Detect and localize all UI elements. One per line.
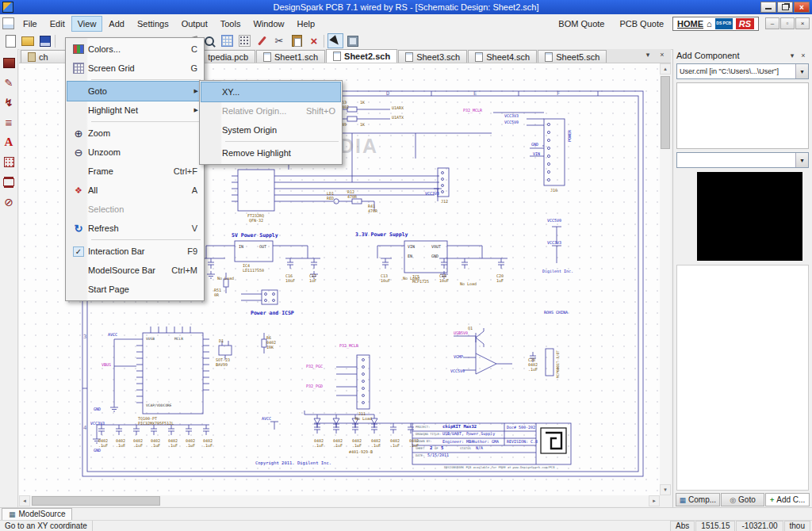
schematic-label: SHEET <box>416 447 424 450</box>
toolbar-separator[interactable] <box>55 35 57 48</box>
scrollbar-thumb[interactable] <box>32 496 160 506</box>
add-connector-tool-icon[interactable] <box>2 174 17 189</box>
menu-goto-xy[interactable]: XY... <box>201 82 340 101</box>
component-browser-icon[interactable] <box>345 33 361 48</box>
panel-menu-button[interactable]: ▾ <box>787 52 798 59</box>
horizontal-scrollbar[interactable]: ◂ ▸ <box>19 495 660 506</box>
tab-list-button[interactable]: ▾ <box>642 48 654 61</box>
menu-view-zoom[interactable]: Zoom <box>67 124 202 143</box>
scrollbar-thumb[interactable] <box>661 76 670 149</box>
panel-tab-goto[interactable]: Goto <box>721 493 765 506</box>
menu-view-highlight-net[interactable]: Highlight Net <box>67 101 202 120</box>
status-cell: thou <box>784 521 810 531</box>
menu-bom-quote[interactable]: BOM Quote <box>552 16 611 32</box>
schematic-label: 1uF <box>496 279 504 283</box>
menu-view-frame[interactable]: Frame Ctrl+F <box>67 162 202 181</box>
title-bar[interactable]: DesignSpark PCB 7.1 wired by RS - [Schem… <box>0 0 812 14</box>
delete-icon[interactable] <box>306 33 322 48</box>
menu-add[interactable]: Add <box>102 16 131 32</box>
menu-view-modelsource-bar[interactable]: ModelSource Bar Ctrl+M <box>67 261 202 280</box>
status-cells: Abs1515.15-10321.00thou <box>670 521 812 531</box>
add-text-tool-icon[interactable] <box>2 135 17 150</box>
component-list[interactable] <box>676 82 809 149</box>
schematic-label: VCC5V0 <box>450 369 465 373</box>
schematic-label: No Load <box>460 282 477 286</box>
menu-view-interaction-bar[interactable]: Interaction Bar F9 <box>67 242 202 261</box>
menu-output[interactable]: Output <box>175 16 214 32</box>
dropdown-arrow-icon[interactable]: ▾ <box>795 153 808 167</box>
panel-tab-add-component[interactable]: Add C... <box>765 493 810 506</box>
add-wire-icon[interactable] <box>254 33 270 48</box>
scroll-down-button[interactable]: ▾ <box>660 484 671 495</box>
menu-view-start-page[interactable]: Start Page <box>67 280 202 299</box>
window-controls: × <box>760 2 810 13</box>
mdi-close-button[interactable]: × <box>795 17 810 29</box>
scroll-left-button[interactable]: ◂ <box>19 495 30 506</box>
menu-view-colors[interactable]: Colors... C <box>67 40 202 59</box>
menu-goto-system-origin[interactable]: System Origin <box>201 120 340 139</box>
tab-sheet4[interactable]: Sheet4.sch <box>468 50 537 63</box>
tab-sheet1[interactable]: Sheet1.sch <box>256 50 325 63</box>
menu-view-unzoom[interactable]: Unzoom <box>67 143 202 162</box>
menu-window[interactable]: Window <box>247 16 290 32</box>
close-button[interactable]: × <box>794 2 810 13</box>
cut-icon[interactable] <box>271 33 287 48</box>
add-component-tool-icon[interactable] <box>2 155 17 170</box>
menu-help[interactable]: Help <box>291 16 322 32</box>
menubar-right: BOM QuotePCB Quote HOME ⌂ DS PCB RS – ▫ … <box>552 16 810 32</box>
tab-sheet3[interactable]: Sheet3.sch <box>398 50 467 63</box>
goto-menu-item[interactable] <box>225 141 339 142</box>
panel-close-button[interactable]: × <box>798 52 809 59</box>
menu-tools[interactable]: Tools <box>214 16 247 32</box>
view-menu-item[interactable] <box>91 121 201 122</box>
snap-grid-icon[interactable] <box>236 33 252 48</box>
view-menu-item[interactable] <box>91 79 201 80</box>
add-wire-tool-icon[interactable] <box>2 75 17 90</box>
schematic-label: AVCC <box>108 333 117 337</box>
mdi-minimize-button[interactable]: – <box>765 17 779 29</box>
menu-goto-remove-highlight[interactable]: Remove Highlight <box>201 143 340 162</box>
paste-icon[interactable] <box>289 33 304 48</box>
menu-goto-relative-origin[interactable]: Relative Origin... Shift+O <box>201 101 340 120</box>
view-menu-item[interactable] <box>91 239 201 240</box>
mdi-restore-button[interactable]: ▫ <box>780 17 795 29</box>
open-design-icon[interactable] <box>20 33 36 48</box>
library-select[interactable]: User.cml [in "C:\Users\...\User"] ▾ <box>676 63 809 79</box>
modelsource-tab[interactable]: ModelSource <box>2 508 72 521</box>
scroll-up-button[interactable]: ▴ <box>660 63 671 74</box>
menu-view-selection[interactable]: Selection <box>67 200 202 219</box>
menu-view-all[interactable]: All A <box>67 181 202 200</box>
schematic-label: 10uF <box>285 279 295 283</box>
menu-view[interactable]: View <box>71 16 103 32</box>
panel-tab-components[interactable]: Comp... <box>676 493 720 506</box>
menu-view-refresh[interactable]: Refresh V <box>67 219 202 238</box>
component-select[interactable]: ▾ <box>676 152 809 168</box>
menu-file[interactable]: File <box>17 16 44 32</box>
vertical-scrollbar[interactable]: ▴ ▾ <box>660 63 671 495</box>
toolbar-separator[interactable] <box>324 35 326 48</box>
bottom-tab-row: ModelSource <box>0 507 812 520</box>
select-cursor-icon[interactable] <box>327 33 343 48</box>
no-connect-tool-icon[interactable] <box>2 194 17 209</box>
tab-sheet2[interactable]: Sheet2.sch <box>326 49 397 63</box>
scroll-right-button[interactable]: ▸ <box>649 495 660 506</box>
tab-sheet5[interactable]: Sheet5.sch <box>538 50 607 63</box>
restore-button[interactable] <box>777 2 793 13</box>
new-document-icon[interactable] <box>2 33 18 48</box>
interaction-bar-tool-icon[interactable] <box>2 55 17 71</box>
tab-bar-controls: ▾ × <box>642 48 671 63</box>
menu-settings[interactable]: Settings <box>131 16 175 32</box>
menu-view-goto[interactable]: Goto <box>67 82 202 101</box>
home-button[interactable]: HOME ⌂ DS PCB RS <box>672 17 759 31</box>
menu-pcb-quote[interactable]: PCB Quote <box>613 16 670 32</box>
minimize-button[interactable] <box>760 2 776 13</box>
save-icon[interactable] <box>37 33 53 48</box>
add-bus-tool-icon[interactable] <box>2 95 17 110</box>
schematic-label: .1uF <box>390 444 400 448</box>
menu-view-screen-grid[interactable]: Screen Grid G <box>67 59 202 78</box>
tab-close-button[interactable]: × <box>656 48 668 61</box>
menu-edit[interactable]: Edit <box>44 16 71 32</box>
add-net-tool-icon[interactable] <box>2 115 17 130</box>
dropdown-arrow-icon[interactable]: ▾ <box>795 64 808 78</box>
screen-grid-icon[interactable] <box>219 33 235 48</box>
